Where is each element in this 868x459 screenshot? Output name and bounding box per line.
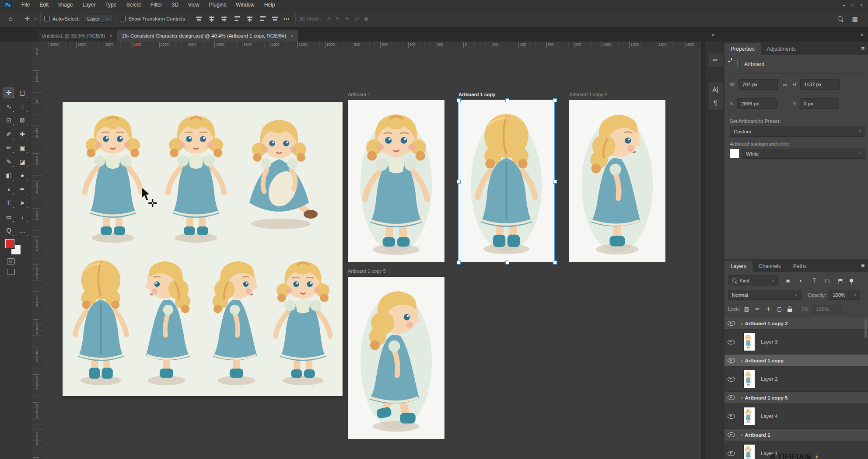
menu-file[interactable]: File (17, 2, 35, 8)
width-field[interactable]: 704 px (738, 79, 778, 90)
auto-select-target-dropdown[interactable]: Layer ∨ (84, 15, 113, 23)
adjustment-layer-filter-icon[interactable]: ◐ (796, 277, 806, 285)
smart-object-filter-icon[interactable]: ⬒ (836, 277, 845, 285)
artboard-label[interactable]: Artboard 1 (348, 92, 370, 97)
close-icon[interactable]: × (860, 3, 863, 7)
visibility-eye-icon[interactable] (728, 321, 735, 326)
visibility-eye-icon[interactable] (728, 451, 735, 456)
lock-position-icon[interactable]: ✛ (766, 305, 772, 313)
zoom-tool[interactable]: Q (3, 225, 14, 236)
distribute-vertical-icon[interactable] (259, 16, 266, 22)
brushes-panel-icon[interactable]: ✑ (713, 56, 718, 63)
more-tools[interactable]: … (17, 225, 28, 236)
character-panel-icon[interactable]: A| (713, 86, 718, 93)
visibility-eye-icon[interactable] (728, 395, 735, 400)
brush-tool[interactable]: ✏ (3, 142, 14, 153)
vertical-ruler[interactable]: 4002000200400600800100012001400160018002… (32, 48, 43, 459)
align-right-edges-icon[interactable] (221, 16, 228, 22)
lock-all-icon[interactable] (788, 309, 792, 312)
layer-row[interactable]: Layer 4 (724, 404, 868, 429)
gradient-tool[interactable]: ◧ (3, 170, 14, 181)
tab-adjustments[interactable]: Adjustments (761, 43, 802, 55)
menu-layer[interactable]: Layer (77, 2, 100, 8)
layer-thumbnail[interactable] (744, 370, 755, 388)
filter-kind-dropdown[interactable]: Kind ∨ (728, 275, 778, 285)
visibility-eye-icon[interactable] (728, 432, 735, 437)
preset-dropdown[interactable]: Custom ∨ (730, 126, 865, 137)
history-brush-tool[interactable]: ✎ (3, 156, 14, 167)
clone-stamp-tool[interactable]: ▣ (17, 142, 28, 153)
pen-tool[interactable]: ✒ (17, 184, 28, 195)
move-tool[interactable]: ✛ (3, 87, 14, 98)
more-options-icon[interactable]: ••• (281, 14, 292, 24)
x-field[interactable]: 2896 px (737, 98, 777, 109)
layer-row-artboard[interactable]: ∨Artboard 1 copy (724, 355, 868, 367)
menu-type[interactable]: Type (100, 2, 121, 8)
opacity-dropdown[interactable]: 100% ∨ (829, 290, 860, 300)
panel-menu-icon[interactable]: ≡ (861, 45, 864, 52)
type-tool[interactable]: T (3, 197, 14, 209)
menu-3d[interactable]: 3D (167, 2, 183, 8)
character-sheet-image[interactable] (63, 102, 343, 396)
menu-image[interactable]: Image (53, 2, 77, 8)
pixel-layer-filter-icon[interactable]: ▣ (783, 277, 793, 285)
layer-thumbnail[interactable] (744, 333, 755, 351)
layer-thumbnail[interactable] (744, 407, 755, 425)
3d-roll-icon[interactable]: ↻ (336, 16, 340, 22)
selection-handle[interactable] (553, 180, 557, 184)
menu-filter[interactable]: Filter (146, 2, 167, 8)
lock-transparency-icon[interactable]: ▨ (744, 305, 750, 313)
tab-layers[interactable]: Layers (724, 261, 752, 272)
horizontal-ruler[interactable]: 3000280026002400220020001800160014001200… (43, 42, 701, 49)
menu-window[interactable]: Window (231, 2, 259, 8)
visibility-eye-icon[interactable] (728, 340, 735, 344)
artboard[interactable] (348, 100, 444, 262)
dodge-tool[interactable]: ◖ (3, 184, 14, 195)
paragraph-panel-icon[interactable]: ¶ (714, 99, 717, 106)
blend-mode-dropdown[interactable]: Normal ∨ (728, 290, 802, 300)
chevron-down-icon[interactable]: ∨ (740, 396, 743, 400)
y-field[interactable]: 0 px (800, 98, 839, 109)
type-layer-filter-icon[interactable]: T (809, 277, 819, 285)
pasteboard[interactable]: Artboard 1Artboard 1 copyArtboard 1 copy… (43, 48, 701, 459)
artboard-label[interactable]: Artboard 1 copy (458, 92, 495, 97)
lock-paint-icon[interactable]: ✏ (755, 305, 761, 313)
artboard-label[interactable]: Artboard 1 copy 5 (348, 268, 386, 274)
selection-handle[interactable] (553, 98, 557, 102)
tab-close-icon[interactable]: × (109, 33, 112, 39)
blur-tool[interactable]: ● (17, 170, 28, 181)
layer-row-artboard[interactable]: ∨Artboard 1 (724, 429, 868, 441)
tool-preset-dropdown[interactable]: ✛ ∨ (22, 14, 37, 24)
shape-layer-filter-icon[interactable]: ▢ (822, 277, 832, 285)
marquee-tool[interactable]: ▢ (17, 87, 28, 98)
panel-divider[interactable] (701, 42, 705, 459)
scrollbar[interactable] (864, 319, 867, 338)
expand-panels-icon[interactable]: » (861, 32, 864, 38)
checkbox-icon[interactable] (44, 16, 50, 21)
rectangle-tool[interactable]: ▭ (3, 211, 14, 223)
selection-handle[interactable] (457, 261, 461, 264)
selection-handle[interactable] (457, 180, 461, 184)
path-selection-tool[interactable]: ➤ (17, 197, 28, 209)
menu-view[interactable]: View (183, 2, 204, 8)
panel-menu-icon[interactable]: ≡ (861, 262, 864, 269)
layer-row-artboard[interactable]: ∨Artboard 1 copy 5 (724, 392, 868, 404)
home-icon[interactable]: ⌂ (5, 14, 16, 24)
artboard-label[interactable]: Artboard 1 copy 2 (569, 92, 607, 97)
collapse-panels-icon[interactable]: « (712, 32, 715, 38)
height-field[interactable]: 1137 px (800, 79, 840, 90)
link-dimensions-icon[interactable]: ∞ (783, 81, 787, 88)
lasso-tool[interactable]: ∿ (3, 101, 14, 112)
eyedropper-tool[interactable]: ✐ (3, 129, 14, 140)
checkbox-icon[interactable] (120, 16, 126, 21)
minimize-icon[interactable]: – (843, 3, 846, 7)
selection-handle[interactable] (457, 98, 461, 102)
layer-row[interactable]: Layer 2 (724, 367, 868, 392)
foreground-color-swatch[interactable] (5, 239, 14, 248)
lock-artboard-icon[interactable]: ▢ (777, 305, 783, 313)
menu-plugins[interactable]: Plugins (204, 2, 231, 8)
3d-slide-icon[interactable]: ⇄ (355, 16, 359, 22)
maximize-icon[interactable]: □ (851, 3, 854, 7)
selection-handle[interactable] (553, 261, 557, 264)
quick-selection-tool[interactable]: ◌ (17, 101, 28, 112)
